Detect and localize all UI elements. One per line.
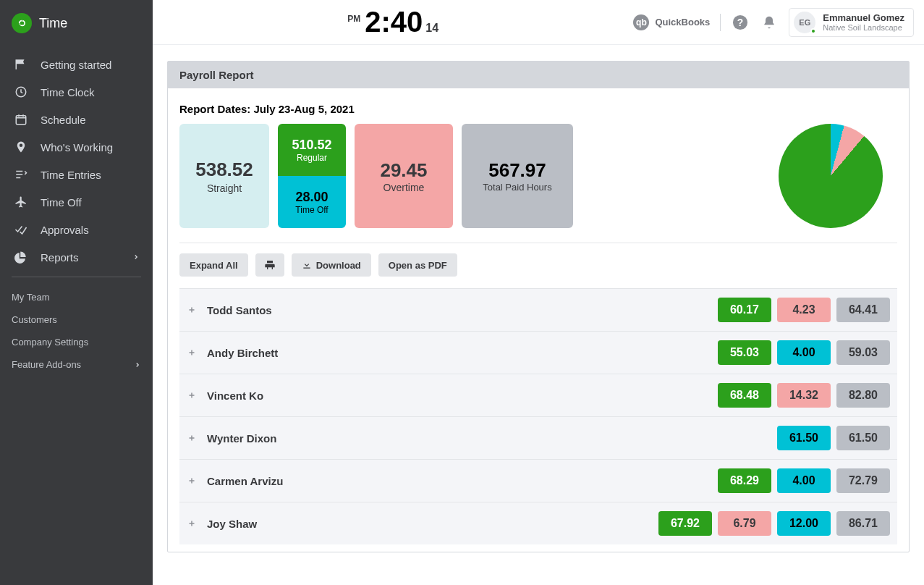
summary-regular-timeoff: 510.52 Regular 28.00 Time Off xyxy=(278,124,346,228)
sidebar-item-company-settings[interactable]: Company Settings xyxy=(0,331,153,353)
table-row: Carmen Arvizu68.294.0072.79 xyxy=(179,459,897,502)
sidebar-item-label: Customers xyxy=(12,314,57,325)
download-button[interactable]: Download xyxy=(292,253,371,277)
row-total: 59.03 xyxy=(836,340,890,365)
chevron-right-icon xyxy=(132,253,140,261)
row-name: Wynter Dixon xyxy=(207,432,276,445)
expand-row-button[interactable] xyxy=(187,433,197,443)
row-timeoff: 4.00 xyxy=(777,340,831,365)
expand-all-button[interactable]: Expand All xyxy=(179,253,248,277)
panel-title: Payroll Report xyxy=(168,62,909,88)
help-icon: ? xyxy=(732,14,748,30)
open-pdf-button[interactable]: Open as PDF xyxy=(378,253,457,277)
row-timeoff: 12.00 xyxy=(777,511,831,536)
summary-timeoff: 28.00 Time Off xyxy=(278,176,346,228)
plus-icon xyxy=(187,476,196,485)
clock-time: 2:40 xyxy=(365,6,423,38)
help-button[interactable]: ? xyxy=(731,13,750,32)
payroll-report-panel: Payroll Report Report Dates: July 23-Aug… xyxy=(167,61,910,552)
topbar: PM 2:40 14 qb QuickBooks ? EG E xyxy=(153,0,924,45)
summary-regular: 510.52 Regular xyxy=(278,124,346,176)
table-row: Andy Birchett55.034.0059.03 xyxy=(179,331,897,374)
sidebar-item-approvals[interactable]: Approvals xyxy=(0,216,153,243)
row-total: 86.71 xyxy=(836,511,890,536)
summary-total-value: 567.97 xyxy=(488,159,546,182)
clock-seconds: 14 xyxy=(425,22,438,35)
summary-straight: 538.52 Straight xyxy=(179,124,269,228)
expand-row-button[interactable] xyxy=(187,390,197,400)
sidebar-item-label: Company Settings xyxy=(12,337,88,348)
sidebar-item-label: Time Entries xyxy=(41,169,101,181)
row-total: 64.41 xyxy=(836,298,890,322)
sidebar-item-feature-addons[interactable]: Feature Add-ons xyxy=(0,353,153,376)
sidebar-item-time-off[interactable]: Time Off xyxy=(0,188,153,216)
quickbooks-label: QuickBooks xyxy=(655,17,710,28)
plus-icon xyxy=(187,391,196,400)
summary-timeoff-label: Time Off xyxy=(295,205,328,215)
plus-icon xyxy=(187,434,196,442)
sidebar-item-label: Reports xyxy=(41,251,79,264)
summary-overtime-label: Overtime xyxy=(383,182,425,193)
row-overtime: 14.32 xyxy=(777,383,831,408)
row-name: Vincent Ko xyxy=(207,390,263,402)
calendar-icon xyxy=(13,113,29,126)
user-menu[interactable]: EG Emmanuel Gomez Native Soil Landscape xyxy=(789,8,914,37)
user-org: Native Soil Landscape xyxy=(823,23,904,32)
expand-row-button[interactable] xyxy=(187,518,197,529)
qb-logo-icon xyxy=(12,13,32,33)
print-icon xyxy=(264,259,276,271)
summary-overtime-value: 29.45 xyxy=(380,159,427,182)
notifications-button[interactable] xyxy=(760,13,779,32)
print-button[interactable] xyxy=(255,253,284,277)
bell-icon xyxy=(762,15,776,30)
plus-icon xyxy=(187,306,196,314)
row-name: Carmen Arvizu xyxy=(207,475,283,487)
list-icon xyxy=(13,168,29,181)
sidebar-item-label: Feature Add-ons xyxy=(12,359,81,370)
summary-row: 538.52 Straight 510.52 Regular 28.00 Tim… xyxy=(179,124,897,228)
clock-ampm: PM xyxy=(347,14,360,24)
row-total: 61.50 xyxy=(836,426,890,450)
sidebar-item-time-entries[interactable]: Time Entries xyxy=(0,161,153,188)
pie-chart xyxy=(779,124,897,228)
report-toolbar: Expand All Download Open as PDF xyxy=(179,253,897,277)
row-regular: 55.03 xyxy=(718,340,771,365)
app-logo[interactable]: Time xyxy=(0,13,153,51)
row-total: 82.80 xyxy=(836,383,890,408)
sidebar-item-label: Time Clock xyxy=(41,86,94,98)
download-icon xyxy=(302,260,312,270)
sidebar-item-customers[interactable]: Customers xyxy=(0,308,153,331)
sidebar-item-getting-started[interactable]: Getting started xyxy=(0,51,153,78)
row-timeoff: 4.00 xyxy=(777,468,831,493)
clock: PM 2:40 14 xyxy=(153,6,633,38)
sidebar-item-time-clock[interactable]: Time Clock xyxy=(0,78,153,106)
expand-row-button[interactable] xyxy=(187,305,197,315)
chevron-right-icon xyxy=(134,361,141,369)
row-overtime: 4.23 xyxy=(777,298,831,322)
flag-icon xyxy=(13,58,29,71)
table-row: Vincent Ko68.4814.3282.80 xyxy=(179,374,897,416)
row-regular: 68.48 xyxy=(718,383,771,408)
avatar-initials: EG xyxy=(799,18,810,27)
row-name: Andy Birchett xyxy=(207,347,278,359)
sidebar-item-my-team[interactable]: My Team xyxy=(0,286,153,308)
divider xyxy=(179,243,897,243)
sidebar-item-whos-working[interactable]: Who's Working xyxy=(0,133,153,161)
sidebar-item-label: Time Off xyxy=(41,196,82,209)
sidebar-item-reports[interactable]: Reports xyxy=(0,243,153,271)
summary-timeoff-value: 28.00 xyxy=(295,190,328,205)
expand-row-button[interactable] xyxy=(187,476,197,486)
summary-regular-label: Regular xyxy=(297,153,327,163)
quickbooks-link[interactable]: qb QuickBooks xyxy=(633,14,710,30)
user-name: Emmanuel Gomez xyxy=(823,12,904,23)
summary-total: 567.97 Total Paid Hours xyxy=(462,124,573,228)
expand-row-button[interactable] xyxy=(187,348,197,358)
clock-icon xyxy=(13,85,29,98)
pie-chart-icon xyxy=(13,251,29,264)
sidebar-item-schedule[interactable]: Schedule xyxy=(0,106,153,133)
table-row: Joy Shaw67.926.7912.0086.71 xyxy=(179,502,897,544)
row-timeoff: 61.50 xyxy=(777,426,831,450)
svg-rect-2 xyxy=(16,116,26,125)
row-total: 72.79 xyxy=(836,468,890,493)
sidebar-item-label: Schedule xyxy=(41,114,86,126)
